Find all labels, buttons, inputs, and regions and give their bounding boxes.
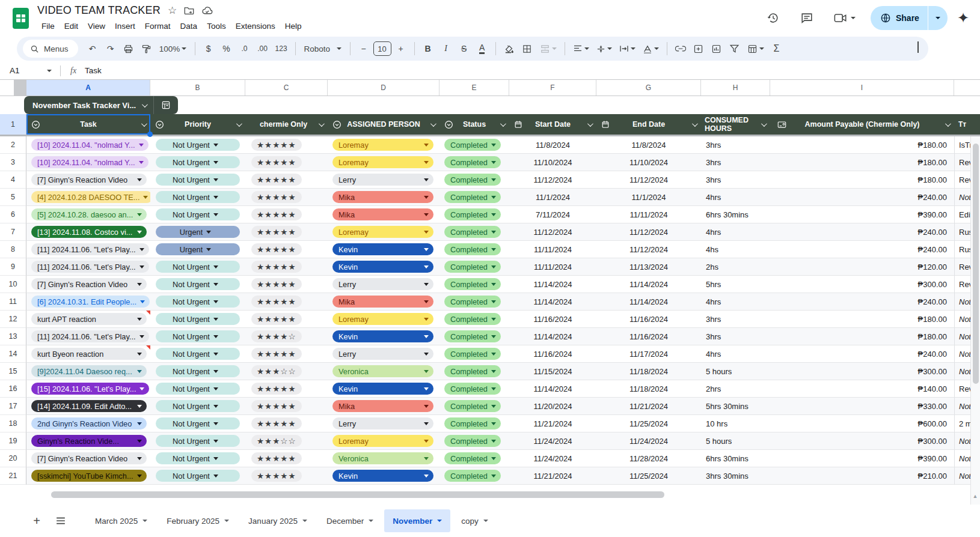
priority-chip[interactable]: Not Urgent xyxy=(156,330,240,342)
note-cell[interactable]: 2 m xyxy=(954,415,970,432)
share-dropdown-button[interactable] xyxy=(928,6,948,30)
start-date-cell[interactable]: 11/15/2024 xyxy=(509,363,596,380)
priority-chip[interactable]: Not Urgent xyxy=(156,139,240,151)
assignee-chip[interactable]: Kevin xyxy=(332,330,433,342)
task-chip[interactable]: 2nd Ginyn's Reaction Video xyxy=(31,417,147,429)
text-rotation-button[interactable] xyxy=(640,40,662,58)
chip-dropdown-icon[interactable] xyxy=(424,405,429,408)
header-cell-consumed-hours[interactable]: CONSUMED HOURS xyxy=(701,114,770,135)
end-date-cell[interactable]: 11/18/2024 xyxy=(596,363,701,380)
chip-dropdown-icon[interactable] xyxy=(424,283,429,286)
chip-dropdown-icon[interactable] xyxy=(139,335,144,338)
rating-cell[interactable]: ★★★☆☆ xyxy=(245,363,328,380)
rating-cell[interactable]: ★★★★★ xyxy=(245,276,328,293)
note-cell[interactable]: Not xyxy=(954,467,970,485)
status-chip[interactable]: Completed xyxy=(444,243,501,255)
priority-chip[interactable]: Not Urgent xyxy=(156,470,240,482)
status-chip[interactable]: Completed xyxy=(444,452,501,464)
header-dropdown-icon[interactable] xyxy=(430,121,436,127)
chip-dropdown-icon[interactable] xyxy=(424,387,429,390)
star-rating[interactable]: ★★★★★ xyxy=(251,243,302,255)
status-cell[interactable]: Completed xyxy=(439,311,509,328)
start-date-cell[interactable]: 7/11/2024 xyxy=(509,206,596,223)
priority-chip[interactable]: Not Urgent xyxy=(156,383,240,395)
formula-input[interactable]: Task xyxy=(85,66,102,75)
priority-cell[interactable]: Not Urgent xyxy=(150,328,245,345)
start-date-cell[interactable]: 11/11/2024 xyxy=(509,241,596,258)
priority-chip[interactable]: Not Urgent xyxy=(156,191,240,203)
assignee-chip[interactable]: Loremay xyxy=(332,139,433,151)
decrease-decimals-button[interactable]: .0 xyxy=(236,40,253,58)
assignee-chip[interactable]: Mika xyxy=(332,208,433,220)
chip-dropdown-icon[interactable] xyxy=(213,475,218,478)
priority-chip[interactable]: Not Urgent xyxy=(156,417,240,429)
chip-dropdown-icon[interactable] xyxy=(213,335,218,338)
row-header-20[interactable]: 20 xyxy=(0,450,26,467)
assignee-chip[interactable]: Kevin xyxy=(332,261,433,273)
chip-dropdown-icon[interactable] xyxy=(424,335,429,338)
row-header-6[interactable]: 6 xyxy=(0,206,26,223)
priority-cell[interactable]: Not Urgent xyxy=(150,398,245,415)
cloud-saved-icon[interactable] xyxy=(201,7,213,15)
sheet-tab-menu-icon[interactable] xyxy=(142,520,147,522)
assignee-chip[interactable]: Lerry xyxy=(332,348,433,360)
sheet-tab-copy[interactable]: copy xyxy=(453,509,497,532)
share-button[interactable]: Share xyxy=(871,6,928,30)
chip-dropdown-icon[interactable] xyxy=(213,318,218,321)
chip-dropdown-icon[interactable] xyxy=(139,248,144,251)
status-chip[interactable]: Completed xyxy=(444,174,501,186)
row-header-4[interactable]: 4 xyxy=(0,171,26,189)
consumed-hours-cell[interactable]: 4hs xyxy=(701,241,770,258)
note-cell[interactable]: Rev xyxy=(954,154,970,171)
end-date-cell[interactable]: 11/10/2024 xyxy=(596,154,701,171)
task-cell[interactable]: [7] Ginyn's Reaction Video xyxy=(26,450,150,467)
chip-dropdown-icon[interactable] xyxy=(491,422,496,425)
status-chip[interactable]: Completed xyxy=(444,330,501,342)
sheets-logo-icon[interactable] xyxy=(13,8,29,29)
column-header-b[interactable]: B xyxy=(150,80,245,96)
chip-dropdown-icon[interactable] xyxy=(424,370,429,373)
task-cell[interactable]: [10] 2024.11.04. "nolmad Y... xyxy=(26,154,150,171)
start-date-cell[interactable]: 11/24/2024 xyxy=(509,450,596,467)
menu-file[interactable]: File xyxy=(37,20,59,32)
rating-cell[interactable]: ★★★★★ xyxy=(245,398,328,415)
note-cell[interactable]: Not xyxy=(954,189,970,206)
task-cell[interactable]: [7] Ginyn's Reaction Video xyxy=(26,171,150,189)
task-chip[interactable]: [10] 2024.11.04. "nolmad Y... xyxy=(31,139,149,151)
undo-button[interactable]: ↶ xyxy=(84,40,101,58)
sheet-tab-menu-icon[interactable] xyxy=(483,520,488,522)
status-cell[interactable]: Completed xyxy=(439,398,509,415)
column-header-j[interactable] xyxy=(954,80,970,96)
amount-payable-cell[interactable]: ₱240.00 xyxy=(770,189,954,206)
status-chip[interactable]: Completed xyxy=(444,278,501,290)
priority-cell[interactable]: Not Urgent xyxy=(150,345,245,363)
task-chip[interactable]: kurt Byeon reaction xyxy=(31,348,147,360)
chip-dropdown-icon[interactable] xyxy=(213,300,218,303)
status-chip[interactable]: Completed xyxy=(444,400,501,412)
sheet-tab-november[interactable]: November xyxy=(384,509,450,532)
assignee-chip[interactable]: Veronica xyxy=(332,365,433,377)
meet-video-call-button[interactable] xyxy=(828,6,861,30)
italic-button[interactable]: I xyxy=(438,40,455,58)
amount-payable-cell[interactable]: ₱390.00 xyxy=(770,206,954,223)
assignee-cell[interactable]: Kevin xyxy=(328,258,439,276)
header-cell-end-date[interactable]: End Date xyxy=(596,114,701,135)
task-cell[interactable]: [11] 2024.11.06. "Let's Play... xyxy=(26,241,150,258)
chip-dropdown-icon[interactable] xyxy=(424,248,429,251)
amount-payable-cell[interactable]: ₱240.00 xyxy=(770,241,954,258)
row-header-9[interactable]: 9 xyxy=(0,258,26,276)
column-header-a[interactable]: A xyxy=(26,80,150,96)
end-date-cell[interactable]: 11/18/2024 xyxy=(596,380,701,398)
status-cell[interactable]: Completed xyxy=(439,450,509,467)
header-dropdown-icon[interactable] xyxy=(319,121,325,127)
menu-extensions[interactable]: Extensions xyxy=(231,20,280,32)
priority-cell[interactable]: Not Urgent xyxy=(150,380,245,398)
consumed-hours-cell[interactable]: 6hrs 30mins xyxy=(701,206,770,223)
header-dropdown-icon[interactable] xyxy=(236,121,242,127)
status-cell[interactable]: Completed xyxy=(439,328,509,345)
increase-font-size-button[interactable]: + xyxy=(393,40,409,58)
note-cell[interactable]: Edit xyxy=(954,206,970,223)
move-folder-icon[interactable] xyxy=(184,6,194,15)
end-date-cell[interactable]: 11/1/2024 xyxy=(596,189,701,206)
rating-cell[interactable]: ★★★★★ xyxy=(245,345,328,363)
